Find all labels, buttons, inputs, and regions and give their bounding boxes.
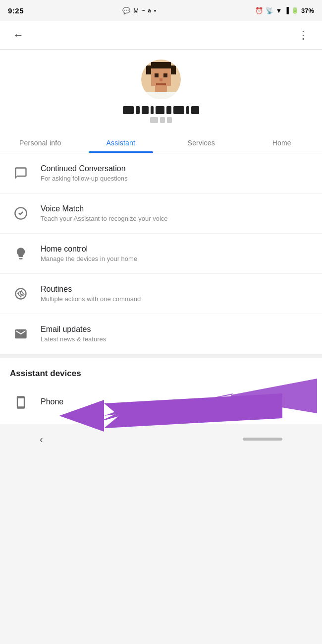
phone-device-icon [10,391,32,413]
status-time: 9:25 [8,6,24,15]
svg-rect-4 [151,68,171,86]
home-control-text: Home control Manage the devices in your … [41,245,137,262]
phone-label: Phone [41,397,63,406]
tab-home[interactable]: Home [242,132,322,153]
wifi-icon: ▼ [276,7,282,14]
tabs-bar: Personal info Assistant Services Home [0,132,322,153]
amazon-icon: a [148,7,151,13]
smartphone-icon [14,395,28,409]
email-updates-text: Email updates Latest news & features [41,325,106,343]
settings-list: Continued Conversation For asking follow… [0,153,322,354]
lightbulb-icon [10,243,32,264]
voice-match-text: Voice Match Teach your Assistant to reco… [41,204,168,222]
battery-percent: 37% [301,7,314,14]
back-button[interactable]: ← [9,25,28,46]
email-icon [10,323,32,345]
mustache-icon: ~ [142,7,145,13]
dot-icon: ● [154,8,157,13]
avatar-image [141,60,181,99]
voice-match-item[interactable]: Voice Match Teach your Assistant to reco… [0,193,322,234]
continued-conversation-item[interactable]: Continued Conversation For asking follow… [0,153,322,193]
routines-icon [10,283,32,305]
battery-icon: 🔋 [291,7,299,14]
home-indicator [243,438,282,441]
status-right-icons: ⏰ 📡 ▼ ▐ 🔋 37% [255,7,314,14]
routines-item[interactable]: Routines Multiple actions with one comma… [0,274,322,314]
phone-item[interactable]: Phone [0,384,322,424]
svg-rect-10 [144,92,178,99]
tab-services[interactable]: Services [161,132,242,153]
status-center-icons: 💬 M ~ a ● [122,7,156,14]
signal-icon: ▐ [284,7,289,14]
chat-icon [10,162,32,184]
svg-rect-5 [155,73,159,77]
alarm-icon: ⏰ [255,7,263,14]
tab-assistant[interactable]: Assistant [81,132,161,153]
status-bar: 9:25 💬 M ~ a ● ⏰ 📡 ▼ ▐ 🔋 37% [0,0,322,21]
svg-rect-6 [163,73,167,77]
top-nav: ← ⋮ [0,21,322,50]
svg-rect-7 [160,78,162,81]
avatar [141,60,181,99]
gmail-icon: M [133,7,139,14]
email-updates-item[interactable]: Email updates Latest news & features [0,314,322,354]
phone-item-container: Phone [0,384,322,424]
user-name [123,106,199,114]
profile-section [0,50,322,132]
nav-back-button[interactable]: ‹ [40,434,43,445]
cast-icon: 📡 [266,7,273,14]
assistant-devices-section: Assistant devices [0,354,322,384]
continued-conversation-text: Continued Conversation For asking follow… [41,164,128,182]
tab-personal-info[interactable]: Personal info [0,132,81,153]
voice-match-icon [10,202,32,224]
home-control-item[interactable]: Home control Manage the devices in your … [0,234,322,274]
more-button[interactable]: ⋮ [294,25,313,46]
user-email [150,117,172,123]
messenger-icon: 💬 [122,7,130,14]
routines-text: Routines Multiple actions with one comma… [41,285,141,303]
bottom-nav: ‹ [0,424,322,454]
svg-rect-1 [151,62,171,69]
assistant-devices-title: Assistant devices [10,369,81,378]
